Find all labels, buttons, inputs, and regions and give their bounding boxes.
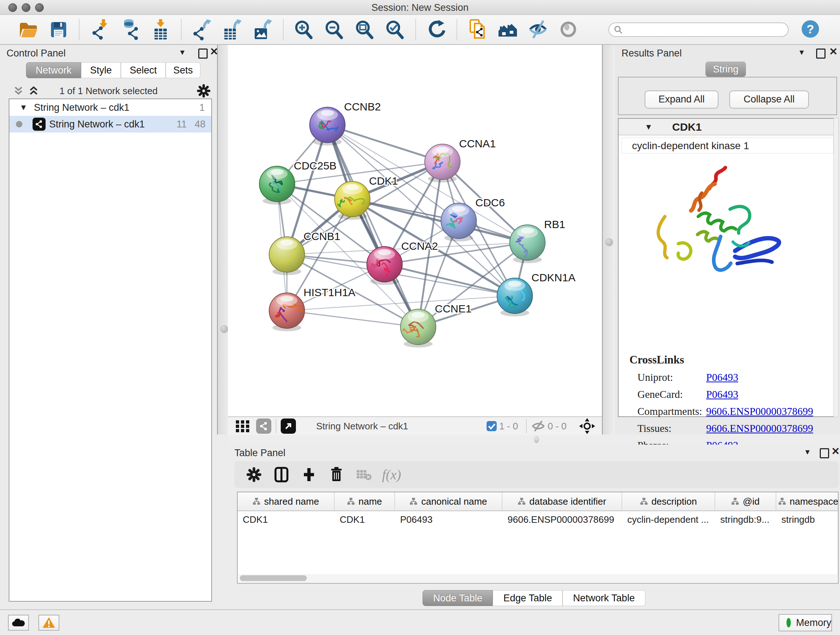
network-canvas[interactable]: CCNB2CCNA1CDC25BCDK1CDC6RB1CCNB1CCNA2CDK…	[228, 45, 602, 416]
column-header-name[interactable]: name	[335, 492, 395, 510]
open-in-window-icon[interactable]	[281, 418, 296, 434]
node-CDC25B[interactable]	[259, 166, 295, 204]
import-table-icon	[150, 19, 171, 41]
search-box[interactable]	[608, 22, 789, 37]
node-label-CCNE1: CCNE1	[435, 302, 472, 315]
column-header-shared-name[interactable]: shared name	[238, 492, 335, 510]
panel-float-icon[interactable]	[820, 448, 829, 461]
clipboard-share-button[interactable]	[467, 18, 488, 41]
expand-all-button[interactable]: Expand All	[645, 90, 718, 109]
grid-view-icon[interactable]	[235, 419, 251, 433]
edge-HIST1H1A-CCNE1[interactable]	[287, 310, 418, 327]
zoom-out-button[interactable]	[324, 18, 345, 41]
crosslink-link[interactable]: P06493	[706, 388, 738, 401]
results-scrollbar[interactable]	[834, 118, 838, 417]
node-RB1[interactable]	[510, 225, 545, 263]
network-row[interactable]: String Network – cdk1 11 48	[9, 116, 211, 133]
birds-eye-icon[interactable]	[579, 418, 595, 434]
table-settings-gear-icon[interactable]	[245, 466, 264, 483]
bottom-splitter-handle[interactable]	[534, 436, 539, 443]
crosslink-link[interactable]: P06493	[706, 371, 738, 383]
panel-menu-icon[interactable]: ▾	[805, 447, 810, 457]
tab-sets[interactable]: Sets	[166, 62, 201, 78]
gene-expander-icon[interactable]: ▼	[645, 122, 653, 132]
toolbar-separator	[415, 19, 416, 40]
panel-menu-icon[interactable]: ▾	[180, 47, 185, 57]
column-header-database-identifier[interactable]: database identifier	[502, 492, 622, 510]
column-header-namespace[interactable]: namespace	[776, 492, 838, 510]
export-table-button[interactable]	[221, 18, 243, 41]
tab-network[interactable]: Network	[26, 62, 81, 78]
collapse-all-button[interactable]: Collapse All	[729, 90, 809, 109]
zoom-selected-button[interactable]	[384, 18, 406, 41]
tab-select[interactable]: Select	[121, 62, 166, 78]
crosslink-link[interactable]: 9606.ENSP00000378699	[706, 423, 813, 434]
zoom-fit-icon	[355, 19, 375, 41]
select-columns-icon[interactable]	[272, 466, 291, 483]
node-CCNB1[interactable]	[269, 237, 305, 275]
right-splitter-handle[interactable]	[605, 238, 613, 246]
tab-edge-table[interactable]: Edge Table	[493, 590, 562, 606]
zoom-fit-button[interactable]	[354, 18, 376, 41]
network-options-gear-icon[interactable]	[197, 84, 210, 98]
panel-close-icon[interactable]: ✕	[831, 445, 840, 457]
network-collection-row[interactable]: ▼ String Network – cdk1 1	[9, 99, 211, 116]
table-cell: P06493	[395, 511, 502, 527]
open-session-button[interactable]	[17, 18, 39, 41]
collection-expander-icon[interactable]: ▼	[19, 103, 27, 112]
column-header-@id[interactable]: @id	[715, 492, 776, 510]
import-database-button[interactable]	[119, 18, 141, 41]
panel-float-icon[interactable]	[198, 49, 208, 61]
right-splitter[interactable]	[602, 45, 616, 434]
selected-checkbox-icon[interactable]	[486, 421, 497, 432]
add-column-icon[interactable]	[300, 466, 318, 483]
tab-network-table[interactable]: Network Table	[562, 590, 645, 606]
delete-table-icon-disabled	[355, 466, 373, 483]
import-table-button[interactable]	[150, 18, 172, 41]
zoom-in-button[interactable]	[293, 18, 315, 41]
save-session-button[interactable]	[48, 18, 69, 41]
table-hscrollbar[interactable]	[238, 574, 837, 582]
import-network-button[interactable]	[89, 18, 111, 41]
help-icon: ?	[801, 19, 820, 38]
node-HIST1H1A[interactable]	[269, 293, 305, 331]
node-CCNE1[interactable]	[401, 309, 436, 348]
crosslink-link[interactable]: 9606.ENSP00000378699	[706, 405, 813, 417]
tab-string[interactable]: String	[706, 62, 746, 77]
hide-unhide-button[interactable]	[527, 18, 549, 41]
export-network-button[interactable]	[191, 18, 213, 41]
export-image-button[interactable]	[252, 18, 273, 41]
preview-eye-button[interactable]	[558, 18, 579, 41]
node-CCNA1[interactable]	[425, 144, 460, 182]
delete-column-icon[interactable]	[327, 466, 346, 483]
string-network-view[interactable]: CCNB2CCNA1CDC25BCDK1CDC6RB1CCNB1CCNA2CDK…	[228, 45, 602, 416]
column-header-canonical-name[interactable]: canonical name	[395, 492, 502, 510]
home-networks-icon	[498, 19, 518, 41]
edge-CCNB2-CCNA1[interactable]	[327, 125, 442, 162]
gene-details-box: ▼ CDK1 cyclin-dependent kinase 1 CrossLi…	[618, 118, 837, 417]
search-input[interactable]	[626, 24, 788, 35]
panel-float-icon[interactable]	[816, 49, 826, 61]
tab-style[interactable]: Style	[81, 62, 121, 78]
node-CDKN1A[interactable]	[497, 278, 532, 317]
window-title: Session: New Session	[0, 2, 840, 13]
table-row[interactable]: CDK1CDK1P064939606.ENSP00000378699cyclin…	[238, 511, 838, 527]
tab-node-table[interactable]: Node Table	[423, 590, 493, 606]
cloud-status-button[interactable]	[8, 615, 29, 631]
table-hscrollbar-thumb[interactable]	[240, 575, 307, 581]
node-CDC6[interactable]	[441, 203, 477, 241]
table-panel-titlebar: Table Panel ▾ ✕	[228, 445, 840, 461]
table-cell: cyclin-dependent ...	[622, 511, 715, 527]
panel-menu-icon[interactable]: ▾	[799, 47, 804, 57]
warnings-button[interactable]	[38, 615, 59, 631]
memory-button[interactable]: Memory	[778, 614, 832, 631]
refresh-view-button[interactable]	[425, 18, 447, 41]
column-header-description[interactable]: description	[622, 492, 715, 510]
panel-close-icon[interactable]: ✕	[829, 46, 837, 57]
help-button[interactable]: ?	[801, 19, 820, 40]
node-table[interactable]: shared namenamecanonical namedatabase id…	[237, 492, 838, 584]
home-networks-button[interactable]	[497, 18, 519, 41]
gene-header-row[interactable]: ▼ CDK1	[619, 119, 836, 135]
left-splitter-handle[interactable]	[220, 325, 228, 333]
network-badge-icon[interactable]	[256, 418, 271, 434]
